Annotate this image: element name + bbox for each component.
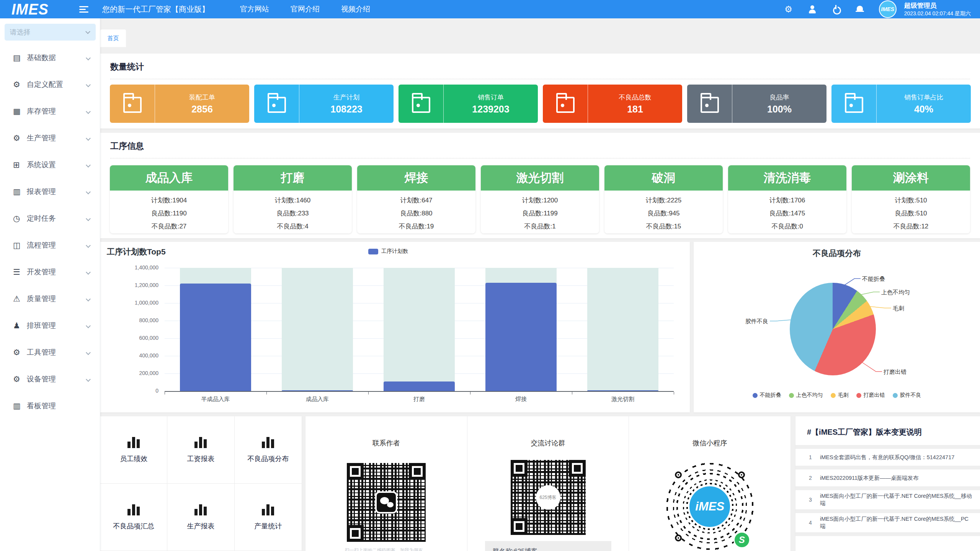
report-shortcut[interactable]: 员工绩效	[100, 416, 167, 484]
pie-legend-item[interactable]: 打磨出错	[856, 392, 885, 399]
sidebar-item[interactable]: ⚙ 设备管理	[0, 366, 100, 393]
wechat-icon	[375, 491, 397, 514]
report-shortcut-label: 产量统计	[254, 522, 282, 531]
stat-card-text: 不良品总数 181	[588, 85, 682, 123]
stat-card-icon-zone	[543, 85, 588, 123]
header-nav-link[interactable]: 官网介绍	[291, 4, 320, 14]
report-shortcut[interactable]: 工资报表	[167, 416, 234, 484]
pie-label: 上色不均匀	[881, 289, 910, 296]
tab-strip: 首页	[100, 18, 980, 47]
stat-card: 生产计划 108223	[254, 85, 394, 123]
sidebar-item-label: 定时任务	[27, 214, 87, 223]
sidebar-item-icon: ⚙	[13, 348, 24, 357]
sidebar-item-icon: ♟	[13, 321, 24, 330]
reports-grid: 员工绩效 工资报表 不良品项分布 不良品项汇总	[100, 416, 302, 551]
header-nav-link[interactable]: 视频介绍	[341, 4, 370, 14]
divider	[795, 532, 980, 536]
sidebar-item[interactable]: ♟ 排班管理	[0, 312, 100, 339]
report-shortcut[interactable]: 不良品项汇总	[100, 484, 167, 551]
folder-icon	[412, 97, 430, 113]
x-axis-label: 成品入库	[279, 396, 356, 403]
x-axis-label: 半成品入库	[177, 396, 254, 403]
app-logo: IMES	[11, 0, 49, 18]
chevron-down-icon	[86, 350, 91, 355]
sidebar-item[interactable]: ◫ 流程管理	[0, 232, 100, 259]
stat-card-label: 销售订单占比	[904, 93, 943, 102]
process-card-body: 计划数:1904 良品数:1190 不良品数:27	[110, 191, 228, 233]
chevron-down-icon	[86, 216, 91, 221]
changelog-row: 3 iMES面向小型工厂的新一代基于.NET Core的MES系统__移动端	[804, 490, 972, 509]
folder-icon	[268, 97, 286, 113]
stat-card-text: 生产计划 108223	[299, 85, 394, 123]
avatar[interactable]: IMES	[879, 0, 897, 18]
stat-card: 装配工单 2856	[110, 85, 249, 123]
group-qr-logo: 625博客	[536, 485, 560, 510]
stat-card-label: 装配工单	[189, 93, 215, 102]
report-shortcut-label: 工资报表	[187, 454, 214, 463]
process-section: 工序信息 成品入库 计划数:1904 良品数:1190 不良品数:27 打磨	[100, 133, 980, 238]
pie-legend: 不能折叠上色不均匀毛刺打磨出错胶件不良	[694, 392, 980, 399]
user-info: 超级管理员 2023.02.04 02:07:44 星期六	[904, 2, 971, 17]
pie-label: 不能折叠	[862, 276, 885, 283]
bar-chart-legend[interactable]: 工序计划数	[368, 248, 408, 255]
process-cards-row: 成品入库 计划数:1904 良品数:1190 不良品数:27 打磨 计划数:14…	[100, 158, 980, 233]
sidebar-item-label: 报表管理	[27, 187, 87, 197]
process-good: 良品数:945	[604, 207, 723, 220]
process-good: 良品数:880	[357, 207, 475, 220]
stat-card: 销售订单占比 40%	[831, 85, 971, 123]
process-card-body: 计划数:2225 良品数:945 不良品数:15	[604, 191, 723, 233]
process-plan: 计划数:1200	[481, 194, 599, 207]
sidebar-item[interactable]: ▥ 报表管理	[0, 178, 100, 205]
sidebar-item[interactable]: ⚙ 自定义配置	[0, 71, 100, 98]
sidebar-item[interactable]: ⚠ 质量管理	[0, 285, 100, 312]
sidebar-menu: ▤ 基础数据 ⚙ 自定义配置 ▦ 库存管理 ⚙	[0, 44, 100, 419]
sidebar-item[interactable]: ▤ 基础数据	[0, 44, 100, 71]
sidebar-item[interactable]: ◷ 定时任务	[0, 205, 100, 232]
main-content: 数量统计 装配工单 2856	[100, 47, 980, 551]
pie-legend-item[interactable]: 不能折叠	[753, 392, 781, 399]
miniprogram-logo: iMES	[688, 485, 731, 528]
sidebar-select-input[interactable]	[5, 28, 77, 36]
y-axis-tick: 1,000,000	[100, 300, 158, 306]
pie-legend-item[interactable]: 胶件不良	[893, 392, 921, 399]
notifications-icon[interactable]	[855, 5, 864, 14]
report-shortcut[interactable]: 不良品项分布	[235, 416, 302, 484]
sidebar-item[interactable]: ⚙ 工具管理	[0, 339, 100, 366]
bar-chart-icon	[194, 504, 207, 515]
pie-legend-item[interactable]: 上色不均匀	[789, 392, 823, 399]
header-nav-link[interactable]: 官方网站	[240, 4, 269, 14]
stat-card: 不良品总数 181	[543, 85, 682, 123]
sidebar-item[interactable]: ⚙ 生产管理	[0, 125, 100, 152]
bar-chart-icon	[262, 437, 274, 448]
top-bar: IMES 您的新一代工厂管家【商业版】 官方网站 官网介绍 视频介绍 ⚙ IME…	[0, 0, 980, 18]
process-good: 良品数:233	[234, 207, 352, 220]
qr-author-caption: 扫一扫上面的二维码图案，加我为朋友。	[345, 547, 428, 551]
sidebar-item[interactable]: ▥ 看板管理	[0, 393, 100, 419]
sidebar-select[interactable]	[5, 24, 96, 41]
process-good: 良品数:1199	[481, 207, 599, 220]
sidebar-item[interactable]: ⊞ 系统设置	[0, 152, 100, 178]
stat-card-icon-zone	[399, 85, 444, 123]
tab-home[interactable]: 首页	[100, 29, 126, 47]
bar-chart-card: 工序计划数Top5 工序计划数 0200,000400,000600,00080…	[100, 242, 690, 412]
process-card-title: 清洗消毒	[728, 165, 846, 191]
process-card-title: 涮涂料	[852, 165, 970, 191]
sidebar-item[interactable]: ▦ 库存管理	[0, 98, 100, 125]
header-actions: ⚙ IMES 超级管理员 2023.02.04 02:07:44 星期六	[784, 0, 971, 18]
changelog-row-text: iMES20220911版本更新——桌面端发布	[817, 474, 972, 482]
report-shortcut[interactable]: 生产报表	[167, 484, 234, 551]
process-plan: 计划数:1460	[234, 194, 352, 207]
logout-icon[interactable]	[831, 5, 841, 14]
report-shortcut-label: 不良品项分布	[247, 454, 289, 463]
divider	[795, 445, 980, 449]
menu-toggle-icon[interactable]	[79, 6, 88, 13]
y-axis-tick: 1,400,000	[100, 264, 158, 271]
settings-icon[interactable]: ⚙	[784, 5, 793, 14]
report-shortcut[interactable]: 产量统计	[235, 484, 302, 551]
qr-author-panel: 联系作者 扫一扫上面的二维码图案，加我为朋友。	[305, 416, 467, 551]
qr-author-title: 联系作者	[372, 439, 400, 448]
pie-legend-item[interactable]: 毛刺	[831, 392, 849, 399]
user-icon[interactable]	[808, 5, 817, 14]
sidebar-item-label: 库存管理	[27, 106, 87, 116]
sidebar-item[interactable]: ☰ 开发管理	[0, 259, 100, 285]
